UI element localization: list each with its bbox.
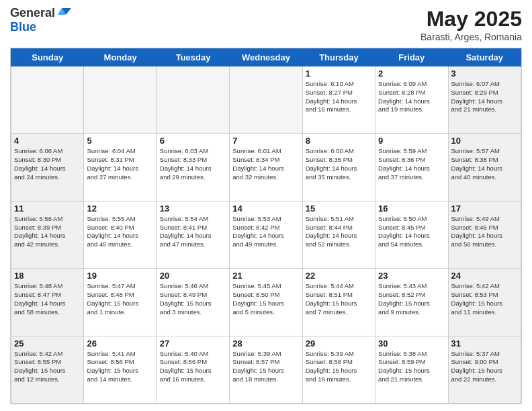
day-info: Daylight: 14 hours <box>306 232 372 240</box>
calendar: SundayMondayTuesdayWednesdayThursdayFrid… <box>10 48 522 404</box>
cal-cell: 14Sunrise: 5:53 AMSunset: 8:42 PMDayligh… <box>230 201 302 268</box>
day-info: Sunrise: 6:00 AM <box>306 147 372 156</box>
cal-cell: 2Sunrise: 6:09 AMSunset: 8:28 PMDaylight… <box>375 66 448 134</box>
day-info: Sunset: 8:59 PM <box>378 358 445 367</box>
day-header-thursday: Thursday <box>302 49 375 66</box>
day-info: Sunrise: 5:45 AM <box>232 282 299 291</box>
cal-cell: 5Sunrise: 6:04 AMSunset: 8:31 PMDaylight… <box>84 134 157 201</box>
day-info: Sunset: 9:00 PM <box>451 358 518 367</box>
day-info: Sunrise: 5:41 AM <box>87 350 153 359</box>
title-block: May 2025 Barasti, Arges, Romania <box>420 7 522 42</box>
week-row-4: 25Sunrise: 5:42 AMSunset: 8:55 PMDayligh… <box>11 336 521 403</box>
day-info: Sunset: 8:52 PM <box>378 291 445 300</box>
day-info: and 42 minutes. <box>14 240 81 249</box>
day-number: 24 <box>451 271 518 281</box>
day-info: Daylight: 14 hours <box>378 232 445 240</box>
day-number: 13 <box>160 203 226 214</box>
day-info: Sunset: 8:40 PM <box>87 224 153 232</box>
day-info: and 40 minutes. <box>451 173 518 182</box>
day-info: Daylight: 14 hours <box>160 232 226 240</box>
day-info: Sunset: 8:29 PM <box>451 89 518 97</box>
logo-blue: Blue <box>10 20 71 34</box>
header: General Blue May 2025 Barasti, Arges, Ro… <box>10 7 522 42</box>
day-info: and 18 minutes. <box>232 375 299 384</box>
day-info: Daylight: 15 hours <box>87 300 153 308</box>
day-info: Sunset: 8:41 PM <box>160 224 226 232</box>
day-number: 19 <box>87 271 153 281</box>
day-number: 4 <box>14 136 81 146</box>
day-number: 30 <box>378 338 445 349</box>
day-info: Sunrise: 6:10 AM <box>306 80 372 89</box>
day-info: Sunrise: 6:09 AM <box>378 80 445 89</box>
cal-cell: 7Sunrise: 6:01 AMSunset: 8:34 PMDaylight… <box>230 134 302 201</box>
day-number: 18 <box>14 271 81 281</box>
week-row-0: 1Sunrise: 6:10 AMSunset: 8:27 PMDaylight… <box>11 66 521 134</box>
day-number: 20 <box>160 271 226 281</box>
day-info: Daylight: 15 hours <box>378 300 445 308</box>
day-info: Daylight: 14 hours <box>232 232 299 240</box>
day-info: Daylight: 15 hours <box>306 367 372 375</box>
day-number: 29 <box>306 338 372 349</box>
cal-cell: 8Sunrise: 6:00 AMSunset: 8:35 PMDaylight… <box>302 134 375 201</box>
cal-cell: 18Sunrise: 5:48 AMSunset: 8:47 PMDayligh… <box>11 269 84 336</box>
day-info: Sunrise: 5:48 AM <box>14 282 81 291</box>
day-number: 31 <box>451 338 518 349</box>
day-info: Sunset: 8:44 PM <box>306 224 372 232</box>
day-info: and 21 minutes. <box>378 375 445 384</box>
day-info: and 14 minutes. <box>87 375 153 384</box>
cal-cell: 10Sunrise: 5:57 AMSunset: 8:38 PMDayligh… <box>448 134 521 201</box>
day-info: Sunrise: 5:53 AM <box>232 215 299 224</box>
day-info: Sunrise: 6:06 AM <box>14 147 81 156</box>
cal-cell: 9Sunrise: 5:59 AMSunset: 8:36 PMDaylight… <box>375 134 448 201</box>
day-number: 14 <box>232 203 299 214</box>
cal-cell: 15Sunrise: 5:51 AMSunset: 8:44 PMDayligh… <box>302 201 375 268</box>
week-row-3: 18Sunrise: 5:48 AMSunset: 8:47 PMDayligh… <box>11 269 521 336</box>
day-headers-row: SundayMondayTuesdayWednesdayThursdayFrid… <box>11 49 521 66</box>
cal-cell: 1Sunrise: 6:10 AMSunset: 8:27 PMDaylight… <box>302 66 375 134</box>
day-info: Sunset: 8:58 PM <box>306 358 372 367</box>
month-title: May 2025 <box>420 7 522 32</box>
cal-cell: 16Sunrise: 5:50 AMSunset: 8:45 PMDayligh… <box>375 201 448 268</box>
day-info: Sunset: 8:51 PM <box>306 291 372 300</box>
day-info: Daylight: 15 hours <box>378 367 445 375</box>
day-info: Sunrise: 5:47 AM <box>87 282 153 291</box>
day-number: 26 <box>87 338 153 349</box>
day-info: Sunrise: 5:42 AM <box>451 282 518 291</box>
day-info: and 7 minutes. <box>306 308 372 317</box>
day-info: Sunrise: 5:51 AM <box>306 215 372 224</box>
logo-text: General Blue <box>10 7 71 34</box>
day-info: Sunrise: 6:01 AM <box>232 147 299 156</box>
day-info: Daylight: 14 hours <box>14 232 81 240</box>
day-info: and 37 minutes. <box>378 173 445 182</box>
cal-cell: 29Sunrise: 5:39 AMSunset: 8:58 PMDayligh… <box>302 336 375 403</box>
day-info: Daylight: 14 hours <box>451 165 518 173</box>
day-info: Daylight: 14 hours <box>87 232 153 240</box>
day-info: and 56 minutes. <box>451 240 518 249</box>
day-info: Daylight: 14 hours <box>451 232 518 240</box>
day-info: Sunrise: 5:55 AM <box>87 215 153 224</box>
day-number: 3 <box>451 68 518 79</box>
day-info: Sunset: 8:38 PM <box>451 156 518 165</box>
day-number: 2 <box>378 68 445 79</box>
day-number: 8 <box>306 136 372 146</box>
day-number: 28 <box>232 338 299 349</box>
day-number: 23 <box>378 271 445 281</box>
page: General Blue May 2025 Barasti, Arges, Ro… <box>0 0 532 411</box>
day-info: and 9 minutes. <box>378 308 445 317</box>
cal-cell: 28Sunrise: 5:39 AMSunset: 8:57 PMDayligh… <box>230 336 302 403</box>
logo-general: General <box>10 7 55 20</box>
day-info: and 24 minutes. <box>14 173 81 182</box>
day-info: Sunset: 8:36 PM <box>378 156 445 165</box>
day-info: and 32 minutes. <box>232 173 299 182</box>
day-info: and 19 minutes. <box>306 375 372 384</box>
day-info: Sunrise: 5:57 AM <box>451 147 518 156</box>
day-info: and 49 minutes. <box>232 240 299 249</box>
day-info: Sunrise: 5:42 AM <box>14 350 81 359</box>
day-number: 9 <box>378 136 445 146</box>
day-info: Sunrise: 5:37 AM <box>451 350 518 359</box>
day-info: Sunset: 8:55 PM <box>14 358 81 367</box>
day-info: Sunrise: 6:07 AM <box>451 80 518 89</box>
week-row-2: 11Sunrise: 5:56 AMSunset: 8:39 PMDayligh… <box>11 201 521 268</box>
day-info: Sunset: 8:39 PM <box>14 224 81 232</box>
day-info: Sunrise: 5:54 AM <box>160 215 226 224</box>
